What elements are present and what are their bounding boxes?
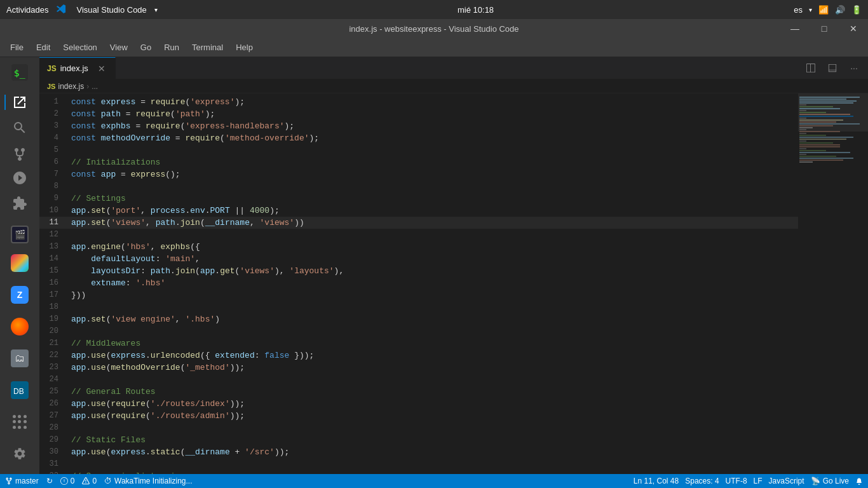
split-editor-button[interactable] (802, 60, 820, 76)
activity-files[interactable]: 🗂 (4, 343, 35, 374)
system-bar-right: es ▾ 📶 🔊 🔋 (794, 5, 862, 15)
menu-run[interactable]: Run (159, 40, 184, 55)
git-branch-name: master (15, 477, 39, 485)
code-line: 30 app.use(express.static(__dirname + '/… (39, 446, 798, 458)
notifications-item[interactable] (855, 477, 863, 485)
volume-icon: 🔊 (835, 5, 845, 15)
breadcrumb-filename[interactable]: index.js (58, 82, 84, 91)
tab-index-js[interactable]: JS index.js ✕ (39, 57, 116, 79)
errors-item[interactable]: 0 (60, 477, 75, 485)
menu-edit[interactable]: Edit (31, 40, 55, 55)
menu-file[interactable]: File (5, 40, 29, 55)
menu-go[interactable]: Go (135, 40, 156, 55)
system-bar-left: Actividades Visual Studio Code ▾ (6, 4, 158, 16)
title-bar: index.js - websiteexpress - Visual Studi… (0, 19, 868, 38)
spaces-item[interactable]: Spaces: 4 (685, 477, 719, 485)
minimap[interactable] (798, 93, 868, 474)
close-button[interactable]: ✕ (839, 19, 868, 38)
activity-zoom[interactable]: Z (4, 280, 35, 310)
code-line: 2 const path = require('path'); (39, 108, 798, 120)
line-col-label: Ln 11, Col 48 (634, 477, 679, 485)
code-line: 9 // Settings (39, 193, 798, 205)
locale-label[interactable]: es (794, 5, 803, 15)
activity-bar: $_ (0, 57, 39, 474)
code-line: 18 (39, 301, 798, 313)
code-line: 5 (39, 144, 798, 156)
error-count: 0 (71, 477, 75, 485)
menu-view[interactable]: View (105, 40, 133, 55)
code-line: 7 const app = express(); (39, 168, 798, 180)
files-logo: 🗂 (11, 349, 29, 367)
breadcrumb-sep: › (86, 82, 89, 91)
encoding-item[interactable]: UTF-8 (726, 477, 747, 485)
code-line: 24 (39, 374, 798, 386)
activity-filmclap[interactable]: 🎬 (4, 222, 35, 247)
wakatime-item[interactable]: ⏱ WakaTime Initializing... (104, 477, 192, 485)
breadcrumb-js-icon: JS (47, 83, 55, 90)
code-line: 23 app.use(methodOverride('_method')); (39, 362, 798, 374)
code-editor[interactable]: 1 const express = require('express'); 2 … (39, 93, 798, 474)
live-share-item[interactable]: 📡 Go Live (811, 477, 849, 485)
grid-icon (13, 415, 27, 429)
line-ending-label: LF (754, 477, 763, 485)
activity-extensions[interactable] (4, 191, 35, 215)
warning-icon (82, 477, 90, 485)
code-line: 1 const express = require('express'); (39, 96, 798, 108)
sync-button[interactable]: ↻ (46, 477, 53, 485)
toggle-panel-button[interactable] (824, 60, 841, 76)
code-line: 25 // General Routes (39, 386, 798, 398)
line-ending-item[interactable]: LF (754, 477, 763, 485)
js-file-icon: JS (47, 64, 57, 73)
menu-bar: File Edit Selection View Go Run Terminal… (0, 38, 868, 57)
code-line: 15 layoutsDir: path.join(app.get('views'… (39, 265, 798, 277)
activity-run-debug[interactable] (4, 166, 35, 190)
warning-count: 0 (92, 477, 97, 485)
git-branch-item[interactable]: master (5, 477, 39, 485)
activity-source-control[interactable] (4, 141, 35, 165)
tab-close-button[interactable]: ✕ (96, 63, 107, 74)
more-actions-button[interactable]: ··· (845, 60, 863, 76)
code-line: 22 app.use(express.urlencoded({ extended… (39, 349, 798, 362)
activity-db[interactable]: DB (4, 375, 35, 405)
vscode-app-label[interactable]: Visual Studio Code (76, 5, 146, 15)
live-share-label: Go Live (823, 477, 849, 485)
broadcast-icon: 📡 (811, 477, 820, 485)
maximize-button[interactable]: □ (810, 19, 839, 38)
code-line: 12 (39, 229, 798, 241)
menu-terminal[interactable]: Terminal (187, 40, 228, 55)
code-line: 3 const exphbs = require('express-handle… (39, 120, 798, 132)
spaces-label: Spaces: 4 (685, 477, 719, 485)
activity-firefox[interactable] (4, 311, 35, 342)
activity-app-grid[interactable] (4, 407, 35, 437)
activity-settings[interactable] (4, 438, 35, 469)
wifi-icon: 📶 (818, 5, 829, 15)
main-area: $_ (0, 57, 868, 474)
vscode-logo-icon (56, 4, 66, 16)
window-controls: — □ ✕ (780, 19, 868, 38)
sync-icon: ↻ (46, 477, 53, 485)
activity-search[interactable] (4, 116, 35, 140)
activity-bar-bottom: Z 🗂 DB (4, 248, 35, 474)
code-line: 16 extname: '.hbs' (39, 277, 798, 289)
code-line: 17 })) (39, 289, 798, 301)
editor-area: JS index.js ✕ ··· JS (39, 57, 868, 474)
status-bar-left: master ↻ 0 0 ⏱ WakaTime Initializing... (5, 477, 193, 485)
activity-slack[interactable] (4, 248, 35, 278)
code-line: 31 (39, 458, 798, 470)
encoding-label: UTF-8 (726, 477, 747, 485)
minimize-button[interactable]: — (780, 19, 810, 38)
activity-terminal-app[interactable]: $_ (4, 60, 35, 85)
menu-selection[interactable]: Selection (58, 40, 102, 55)
menu-help[interactable]: Help (231, 40, 258, 55)
zoom-logo: Z (11, 286, 29, 304)
language-mode-item[interactable]: JavaScript (769, 477, 804, 485)
vscode-chevron-icon: ▾ (154, 6, 158, 13)
activity-explorer[interactable] (4, 91, 35, 115)
code-line: 20 (39, 325, 798, 337)
breadcrumb-location: ... (92, 82, 98, 91)
line-col-item[interactable]: Ln 11, Col 48 (634, 477, 679, 485)
activities-label[interactable]: Actividades (6, 5, 48, 15)
bell-icon (855, 477, 863, 485)
breadcrumb: JS index.js › ... (39, 79, 868, 93)
warnings-item[interactable]: 0 (82, 477, 97, 485)
